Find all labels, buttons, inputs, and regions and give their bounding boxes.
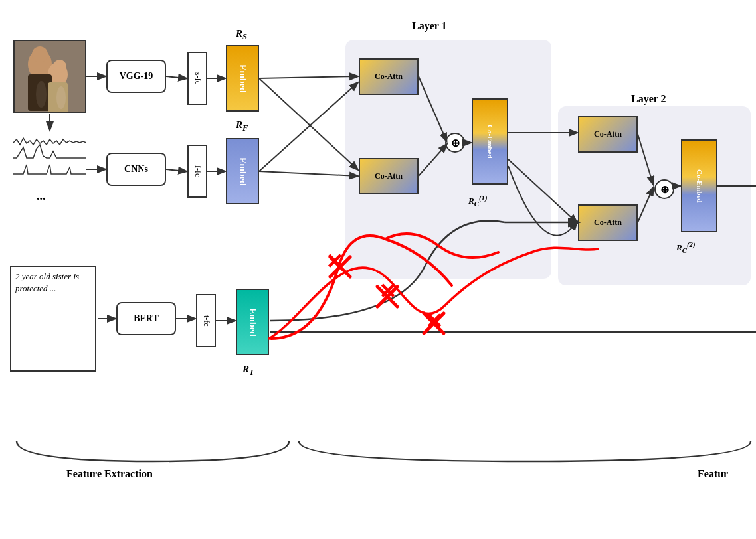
- rc2-label: RC(2): [676, 240, 696, 254]
- svg-point-3: [32, 46, 48, 62]
- t-fc-box: t-fc: [196, 294, 216, 347]
- coattn1-top-box: Co-Attn: [359, 58, 419, 95]
- rs-label: RS: [236, 28, 247, 42]
- embed-f-box: Embed: [226, 138, 259, 204]
- bert-box: BERT: [116, 302, 176, 335]
- f-fc-box: f-fc: [187, 145, 207, 198]
- embed-t-box: Embed: [236, 289, 269, 355]
- svg-line-13: [166, 169, 186, 171]
- rt-label: RT: [242, 364, 254, 378]
- plus-circle-1: ⊕: [445, 133, 465, 153]
- coattn2-top-box: Co-Attn: [578, 116, 638, 153]
- input-photo: [13, 40, 86, 113]
- svg-point-8: [56, 86, 66, 109]
- feature-fusion-brace-area: [292, 438, 756, 467]
- vgg19-box: VGG-19: [106, 60, 166, 93]
- rc1-label: RC(1): [468, 194, 488, 208]
- coattn2-bot-box: Co-Attn: [578, 204, 638, 241]
- svg-line-19: [259, 76, 357, 78]
- plus-circle-2: ⊕: [654, 179, 674, 199]
- cnns-box: CNNs: [106, 153, 166, 186]
- layer1-label: Layer 1: [412, 20, 447, 32]
- coembed2-box: Co-Embed: [681, 139, 717, 232]
- svg-line-21: [259, 78, 357, 169]
- rf-label: RF: [236, 119, 248, 133]
- waveform-signals: [13, 133, 86, 186]
- svg-point-7: [36, 81, 47, 108]
- embed-s-box: Embed: [226, 45, 259, 112]
- s-fc-box: s-fc: [187, 52, 207, 105]
- feature-extraction-brace-area: [10, 438, 296, 467]
- red-x-3: ✕: [425, 309, 443, 334]
- red-x-1: ✕: [326, 249, 343, 274]
- feature-label: Featur: [698, 468, 728, 480]
- svg-line-10: [166, 76, 186, 78]
- feature-extraction-label: Feature Extraction: [66, 468, 153, 480]
- svg-line-22: [259, 171, 357, 176]
- svg-point-4: [53, 60, 66, 73]
- coembed1-box: Co-Embed: [472, 98, 508, 185]
- red-x-2: ✕: [379, 279, 397, 304]
- diagram-container: Layer 1 Layer 2: [0, 0, 756, 539]
- coattn1-bot-box: Co-Attn: [359, 158, 419, 194]
- text-content: 2 year old sister is protected ...: [15, 271, 91, 295]
- svg-line-20: [259, 83, 357, 171]
- text-input-box: 2 year old sister is protected ...: [10, 266, 96, 372]
- waveform-ellipsis: ...: [37, 189, 46, 203]
- layer2-label: Layer 2: [631, 93, 666, 105]
